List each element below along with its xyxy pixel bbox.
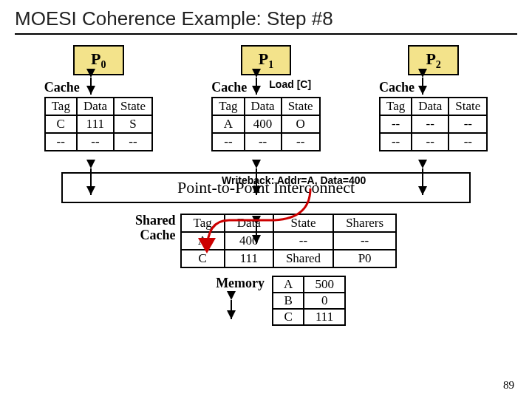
shared-cache-label: SharedCache xyxy=(135,214,176,243)
cache-table-p1: TagDataState A400O ------ xyxy=(211,97,320,151)
cache-p0: Cache TagDataState C111S ------ xyxy=(44,80,153,151)
slide-number: 89 xyxy=(503,379,514,392)
cache-p1: Load [C] Cache TagDataState A400O ------ xyxy=(211,80,320,151)
cache-label: Cache xyxy=(44,80,153,95)
cache-table-p2: TagDataState ------ ------ xyxy=(379,97,488,151)
cache-table-p0: TagDataState C111S ------ xyxy=(44,97,153,151)
cache-label: Cache xyxy=(379,80,488,95)
processor-row: P0 P1 P2 xyxy=(15,45,517,75)
cache-row: Cache TagDataState C111S ------ Load [C]… xyxy=(15,80,517,151)
load-annotation: Load [C] xyxy=(269,78,311,90)
memory-row: Memory A500 B0 C111 xyxy=(44,276,517,326)
cache-p2: Cache TagDataState ------ ------ xyxy=(379,80,488,151)
processor-p2: P2 xyxy=(408,45,458,75)
memory-table: A500 B0 C111 xyxy=(272,276,346,326)
writeback-annotation: Writeback: Addr=A, Data=400 xyxy=(222,174,366,186)
processor-p1: P1 xyxy=(241,45,291,75)
processor-p0: P0 xyxy=(73,45,123,75)
memory-label: Memory xyxy=(216,276,265,291)
shared-cache-table: TagDataStateSharers A400---- C111SharedP… xyxy=(180,214,398,268)
slide-title: MOESI Coherence Example: Step #8 xyxy=(15,7,517,35)
shared-cache-row: SharedCache TagDataStateSharers A400----… xyxy=(15,214,517,268)
